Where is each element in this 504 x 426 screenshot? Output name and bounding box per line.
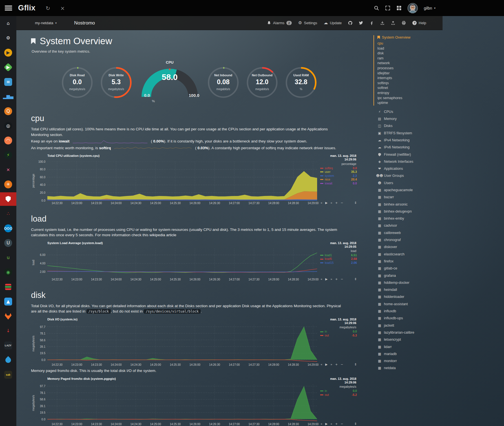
menu-item-system-overview[interactable]: System Overview	[377, 35, 442, 39]
sidebar-app-sabnzbd[interactable]: sab	[0, 368, 16, 382]
menu-item-chronograf[interactable]: ▦chronograf	[377, 237, 442, 244]
sidebar-app-app-search[interactable]: Q	[0, 104, 16, 118]
sidebar-app-app-orange-burst[interactable]: ✳	[0, 178, 16, 191]
pan-forward-button[interactable]: »	[330, 422, 332, 426]
sidebar-app-lazylibrarian[interactable]: LAZY	[0, 339, 16, 352]
settings-button[interactable]: ⚙ Settings	[298, 21, 317, 25]
pan-backward-button[interactable]: «	[320, 422, 322, 426]
wikipedia-link[interactable]: wikipedia article	[149, 233, 176, 237]
legend-row-out[interactable]: out-5.2	[320, 393, 357, 397]
zoom-out-button[interactable]: −	[341, 422, 343, 426]
sidebar-app-unifi[interactable]: U	[0, 236, 16, 250]
hostname-link[interactable]: Nostromo	[74, 20, 95, 26]
sidebar-app-deluge[interactable]	[0, 353, 16, 367]
play-button[interactable]: ▶	[325, 277, 328, 281]
search-icon[interactable]	[374, 5, 379, 11]
user-menu[interactable]: gilbn ▾	[424, 6, 436, 10]
legend-row-iowait[interactable]: iowait0.0	[320, 182, 357, 186]
menu-item-hddtemp-docker[interactable]: ▦hddtemp-docker	[377, 279, 442, 286]
sidebar-app-home[interactable]: ⌂	[0, 17, 16, 30]
zoom-in-button[interactable]: +	[335, 201, 338, 205]
menu-sub-softnet[interactable]: softnet	[377, 86, 442, 91]
app-title[interactable]: Gflix	[18, 4, 36, 12]
fullscreen-icon[interactable]	[385, 5, 390, 11]
sidebar-app-app-blue-window[interactable]: ▲	[0, 295, 16, 308]
play-button[interactable]: ▶	[325, 201, 328, 205]
chart-plot-area[interactable]	[47, 249, 317, 277]
zoom-out-button[interactable]: −	[341, 363, 343, 366]
menu-item-hiddenloader[interactable]: ▦hiddenloader	[377, 293, 442, 300]
sidebar-app-app-soundbars[interactable]: ▂▆▄	[0, 90, 16, 103]
menu-item-network-interfaces[interactable]: ◈Network Interfaces	[377, 158, 442, 165]
menu-item-heimdall[interactable]: ▦heimdall	[377, 286, 442, 293]
menu-sub-entropy[interactable]: entropy	[377, 91, 442, 96]
menu-item-jackett[interactable]: ▦jackett	[377, 322, 442, 329]
refresh-tab-icon[interactable]: ↻	[46, 5, 50, 11]
menu-item-firewall-netfilter-[interactable]: Firewall (netfilter)	[377, 151, 442, 158]
menu-sub-load[interactable]: load	[377, 46, 442, 51]
sidebar-app-app-record[interactable]: ◎	[0, 119, 16, 133]
menu-sub-processes[interactable]: processes	[377, 66, 442, 71]
menu-sub-softirqs[interactable]: softirqs	[377, 81, 442, 86]
sidebar-app-app-red-cluster[interactable]: ∴	[0, 207, 16, 220]
sidebar-app-settings[interactable]: ⚙	[0, 31, 16, 45]
zoom-in-button[interactable]: +	[335, 363, 338, 366]
menu-toggle-icon[interactable]	[5, 6, 12, 10]
resize-handle[interactable]: ⇕	[354, 201, 357, 205]
legend-row-nice[interactable]: nice20.4	[320, 178, 357, 182]
resize-handle[interactable]: ⇕	[354, 277, 357, 281]
menu-item-home-assistant[interactable]: ▦home-assistant	[377, 301, 442, 308]
menu-sub-uptime[interactable]: uptime	[377, 101, 442, 106]
menu-item-firefox[interactable]: ▦firefox	[377, 258, 442, 265]
menu-item-letsencrypt[interactable]: ▦letsencrypt	[377, 336, 442, 343]
menu-item-apacheguacamole[interactable]: ▦apacheguacamole	[377, 187, 442, 194]
legend-row-softirq[interactable]: softirq0.0	[320, 166, 357, 170]
pan-forward-button[interactable]: »	[330, 363, 332, 366]
sidebar-app-app-electric[interactable]: ⚡	[0, 148, 16, 162]
chart-plot-area[interactable]	[47, 384, 317, 421]
zoom-out-button[interactable]: −	[341, 277, 343, 281]
menu-item-users[interactable]: ☻Users	[377, 180, 442, 187]
legend-row-in[interactable]: in0.0	[320, 330, 357, 334]
menu-item-cadvisor[interactable]: ▦cadvisor	[377, 222, 442, 229]
menu-sub-cpu[interactable]: cpu	[377, 41, 442, 46]
apps-grid-icon[interactable]	[396, 5, 402, 11]
menu-item-diskover[interactable]: ▦diskover	[377, 244, 442, 251]
facebook-button[interactable]	[370, 21, 374, 25]
legend-row-system[interactable]: system2.3	[320, 174, 357, 178]
sidebar-app-netdata-active[interactable]	[0, 192, 16, 206]
menu-item-ipv6-networking[interactable]: ☁IPv6 Networking	[377, 144, 442, 151]
play-button[interactable]: ▶	[325, 363, 328, 366]
alarms-button[interactable]: Alarms 2	[267, 21, 292, 25]
menu-sub-idlejitter[interactable]: idlejitter	[377, 71, 442, 76]
menu-item-monitorr[interactable]: ▦monitorr	[377, 358, 442, 365]
menu-item-grafana[interactable]: ▦grafana	[377, 272, 442, 279]
menu-item-influxdb[interactable]: ▦influxdb	[377, 308, 442, 315]
update-button[interactable]: ☁ Update	[324, 21, 342, 25]
resize-handle[interactable]: ⇕	[354, 363, 357, 366]
play-button[interactable]: ▶	[325, 422, 328, 426]
menu-item-elasticsearch[interactable]: ▦elasticsearch	[377, 251, 442, 258]
chart-plot-area[interactable]	[47, 325, 317, 362]
twitter-button[interactable]	[359, 21, 363, 25]
menu-item-applications[interactable]: ❤Applications	[377, 165, 442, 172]
sidebar-app-app-green-u[interactable]: u	[0, 251, 16, 264]
menu-item-gitlab-ce[interactable]: ▦gitlab-ce	[377, 265, 442, 272]
menu-sub-disk[interactable]: disk	[377, 51, 442, 56]
sidebar-app-app-blue-panel[interactable]: ≡	[0, 75, 16, 89]
sidebar-app-plex[interactable]: ▶	[0, 46, 16, 59]
pan-backward-button[interactable]: «	[320, 277, 322, 281]
menu-item-mariadb[interactable]: ▦mariadb	[377, 351, 442, 358]
menu-item-memory[interactable]: ▤Memory	[377, 115, 442, 122]
menu-item-btrfs-filesystem[interactable]: ▣BTRFS filesystem	[377, 130, 442, 137]
menu-item-binhex-airsonic[interactable]: ▦binhex-airsonic	[377, 201, 442, 208]
print-button[interactable]	[402, 21, 406, 25]
menu-item-calibreweb[interactable]: ▦calibreweb	[377, 229, 442, 237]
menu-item-bazarr[interactable]: ▦bazarr	[377, 194, 442, 201]
legend-row-load1[interactable]: load16.51	[320, 253, 357, 257]
zoom-in-button[interactable]: +	[335, 277, 338, 281]
sidebar-app-app-green-ring[interactable]: ◉	[0, 266, 16, 279]
menu-item-ipv4-networking[interactable]: ☁IPv4 Networking	[377, 137, 442, 144]
menu-item-influxdb-ups[interactable]: ▦influxdb-ups	[377, 315, 442, 322]
menu-item-binhex-emby[interactable]: ▦binhex-emby	[377, 215, 442, 222]
